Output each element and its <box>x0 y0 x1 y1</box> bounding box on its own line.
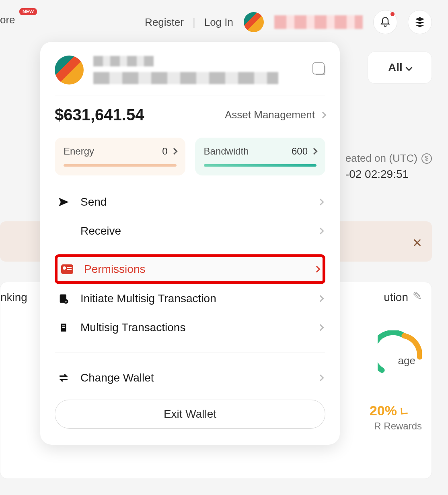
auth-separator: | <box>193 16 195 29</box>
gauge-chart <box>378 330 422 375</box>
chevron-right-icon <box>320 111 327 118</box>
refresh-circle-icon[interactable]: $ <box>421 153 432 164</box>
balance-row: $631,641.54 Asset Management <box>55 106 325 124</box>
created-on-value: -02 02:29:51 <box>345 168 432 181</box>
account-address-redacted <box>93 72 278 84</box>
bg-right-text: ution <box>384 291 408 304</box>
chevron-right-icon <box>317 324 324 331</box>
created-on-meta: eated on (UTC) $ -02 02:29:51 <box>345 152 432 181</box>
notifications-button[interactable] <box>373 10 397 34</box>
edit-icon[interactable]: ✎ <box>413 289 422 303</box>
energy-value: 0 <box>162 146 167 157</box>
close-icon[interactable]: ✕ <box>412 236 422 250</box>
permissions-icon <box>61 264 74 274</box>
filter-all-dropdown[interactable]: All <box>368 52 432 84</box>
balance-amount: $631,641.54 <box>55 106 144 124</box>
chevron-right-icon <box>317 375 324 382</box>
divider <box>55 95 325 95</box>
menu-multisig-transactions[interactable]: Multisig Transactions <box>55 313 325 342</box>
resource-stats: Energy 0 Bandwidth 600 <box>55 138 325 175</box>
chevron-right-icon <box>317 295 324 302</box>
login-link[interactable]: Log In <box>204 16 233 29</box>
menu-permissions[interactable]: Permissions <box>55 254 325 284</box>
menu-receive[interactable]: Receive <box>55 217 325 245</box>
account-avatar <box>55 56 84 85</box>
bandwidth-card[interactable]: Bandwidth 600 <box>195 138 326 175</box>
asset-management-link[interactable]: Asset Management <box>225 109 325 121</box>
asset-management-label: Asset Management <box>225 109 315 121</box>
initiate-multisig-icon: + <box>57 293 70 304</box>
svg-text:+: + <box>65 300 67 304</box>
multisig-tx-icon <box>57 322 70 333</box>
arrow-down-left-icon <box>401 407 407 414</box>
filter-all-label: All <box>388 61 403 74</box>
receive-icon <box>57 226 70 236</box>
header-avatar[interactable] <box>244 12 264 32</box>
account-name-redacted <box>93 56 154 66</box>
bandwidth-value: 600 <box>292 146 308 157</box>
energy-label: Energy <box>64 146 94 157</box>
send-icon <box>57 196 70 208</box>
created-on-label: eated on (UTC) <box>345 152 417 165</box>
menu-multisig-tx-label: Multisig Transactions <box>80 321 185 334</box>
menu-receive-label: Receive <box>80 225 121 237</box>
top-bar: ore NEW Register | Log In <box>0 0 448 44</box>
menu-send[interactable]: Send <box>55 188 325 217</box>
swap-icon <box>57 373 70 382</box>
auth-links: Register | Log In <box>145 16 233 29</box>
chevron-right-icon <box>171 148 177 155</box>
wallet-dropdown-panel: $631,641.54 Asset Management Energy 0 Ba… <box>40 42 340 445</box>
chevron-right-icon <box>311 148 318 155</box>
menu-send-label: Send <box>80 196 107 208</box>
percentage-value: 20% <box>370 403 407 419</box>
library-button[interactable] <box>408 10 432 34</box>
bell-icon <box>380 16 391 28</box>
divider <box>55 353 325 353</box>
account-header <box>55 56 325 85</box>
menu-permissions-label: Permissions <box>84 263 145 276</box>
register-link[interactable]: Register <box>145 16 184 29</box>
menu-change-wallet-label: Change Wallet <box>80 371 154 384</box>
bg-left-text: nking <box>0 291 27 304</box>
copy-address-icon[interactable] <box>315 65 325 75</box>
nav-more-link[interactable]: ore <box>0 14 15 26</box>
bandwidth-bar <box>204 164 317 167</box>
chevron-right-icon <box>314 266 321 273</box>
new-badge: NEW <box>19 8 37 15</box>
exit-wallet-label: Exit Wallet <box>164 408 216 421</box>
stack-icon <box>414 16 426 28</box>
menu-change-wallet[interactable]: Change Wallet <box>55 363 325 392</box>
energy-bar <box>64 164 177 167</box>
chevron-right-icon <box>317 228 324 235</box>
exit-wallet-button[interactable]: Exit Wallet <box>55 400 325 429</box>
energy-card[interactable]: Energy 0 <box>55 138 185 175</box>
chevron-down-icon <box>405 64 412 71</box>
header-account-name-redacted <box>274 15 363 29</box>
menu-initiate-multisig[interactable]: + Initiate Multisig Transaction <box>55 284 325 313</box>
bandwidth-label: Bandwidth <box>204 146 249 157</box>
menu-initiate-multisig-label: Initiate Multisig Transaction <box>80 292 216 305</box>
rewards-text: R Rewards <box>374 421 422 432</box>
chevron-right-icon <box>317 199 324 206</box>
wallet-menu: Send Receive Permissions + Initiate Mult… <box>55 188 325 429</box>
gauge-label: age <box>398 355 415 367</box>
